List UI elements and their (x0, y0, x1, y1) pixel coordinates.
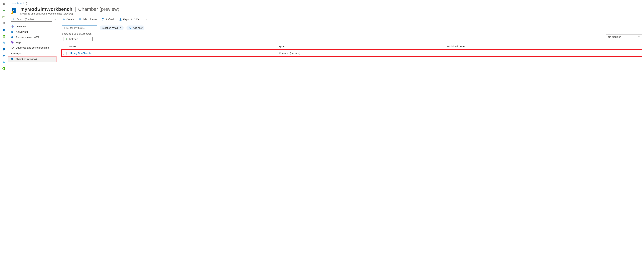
sort-indicator-icon: ↑↓ (286, 45, 288, 48)
page-title-sep: | (75, 6, 76, 12)
svg-point-18 (12, 36, 12, 37)
col-name-header[interactable]: Name ↑↓ (69, 45, 278, 48)
chevron-right-icon: ❯ (26, 2, 28, 4)
menu-diagnose[interactable]: Diagnose and solve problems (11, 45, 56, 50)
page-title: myModSimWorkbench | Chamber (preview) (20, 6, 120, 12)
workbench-icon (11, 7, 18, 14)
rail-dashboard[interactable] (1, 14, 7, 20)
create-button[interactable]: Create (62, 18, 74, 21)
select-all-checkbox[interactable] (62, 45, 66, 48)
view-select[interactable]: List view (64, 36, 92, 41)
resource-menu: « Overview Activity log (11, 16, 56, 272)
breadcrumb-root[interactable]: Dashboard (11, 2, 24, 5)
rail-resource-groups[interactable] (1, 33, 7, 39)
svg-rect-22 (71, 52, 72, 54)
left-rail (0, 0, 8, 272)
menu-iam-label: Access control (IAM) (16, 36, 39, 38)
col-workload-header[interactable]: Workload count ↑↓ (447, 45, 634, 48)
svg-rect-2 (4, 35, 5, 36)
search-icon (12, 18, 15, 20)
rail-cosmos[interactable] (1, 52, 7, 59)
col-type-header[interactable]: Type ↑↓ (279, 45, 446, 48)
diagnose-icon (11, 46, 14, 49)
rail-sql[interactable] (1, 46, 7, 52)
rail-expand[interactable] (1, 1, 7, 7)
refresh-icon (102, 18, 104, 21)
tags-icon (11, 41, 14, 44)
row-type: Chamber (preview) (279, 52, 446, 55)
pyramid-icon (2, 60, 6, 64)
rail-kubernetes[interactable] (1, 40, 7, 46)
results-table: Name ↑↓ Type ↑↓ Workload count ↑↓ (62, 44, 642, 57)
chevron-down-icon (88, 38, 91, 40)
plus-icon (2, 9, 6, 12)
chamber-icon (70, 52, 73, 55)
rail-cost[interactable] (1, 66, 7, 72)
svg-rect-4 (4, 36, 5, 38)
sort-indicator-icon: ↑↓ (466, 45, 468, 48)
menu-chamber[interactable]: Chamber (preview) (8, 56, 56, 62)
svg-point-11 (14, 10, 14, 11)
sort-indicator-icon: ↑↓ (77, 45, 79, 48)
iam-icon (11, 36, 14, 38)
sql-icon (2, 48, 6, 51)
planet-icon (2, 54, 6, 57)
search-input[interactable] (11, 16, 52, 22)
toolbar: Create Edit columns Refresh (62, 16, 642, 23)
menu-chamber-label: Chamber (preview) (16, 58, 37, 60)
menu-activity-log[interactable]: Activity log (11, 29, 56, 34)
menu-iam[interactable]: Access control (IAM) (11, 34, 56, 40)
table-row[interactable]: myFirstChamber Chamber (preview) 1 ··· (61, 49, 642, 57)
rail-create[interactable] (1, 8, 7, 14)
menu-overview-label: Overview (16, 25, 26, 28)
menu-settings-heading: Settings (11, 50, 56, 56)
svg-rect-17 (12, 32, 13, 32)
row-name-link[interactable]: myFirstChamber (74, 52, 93, 55)
row-workload: 1 (446, 52, 634, 55)
menu-overview[interactable]: Overview (11, 24, 56, 29)
page-subtitle: Modeling and Simulation Workbenches (pre… (20, 12, 120, 15)
close-icon[interactable]: ✕ (120, 26, 122, 29)
page-title-sub: Chamber (preview) (78, 6, 120, 12)
svg-point-19 (13, 36, 14, 37)
content-pane: Create Edit columns Refresh (56, 16, 642, 272)
chevron-right-double-icon (2, 2, 6, 6)
svg-rect-12 (11, 12, 13, 14)
search-field[interactable] (16, 18, 50, 20)
breadcrumb: Dashboard ❯ (11, 1, 642, 6)
menu-diagnose-label: Diagnose and solve problems (16, 46, 49, 49)
toolbar-more-button[interactable]: ··· (143, 18, 148, 21)
refresh-button[interactable]: Refresh (101, 18, 115, 21)
collapse-menu-chevron[interactable]: « (54, 18, 56, 20)
menu-tags-label: Tags (16, 41, 21, 44)
svg-rect-21 (11, 58, 13, 60)
edit-columns-button[interactable]: Edit columns (78, 18, 98, 21)
overview-icon (11, 25, 14, 28)
svg-rect-16 (12, 31, 13, 32)
star-icon (2, 28, 6, 32)
filter-field-input[interactable] (62, 25, 97, 30)
export-csv-button[interactable]: Export to CSV (119, 18, 140, 21)
dashboard-icon (2, 15, 6, 18)
grid-icon (2, 35, 6, 38)
filter-location-pill[interactable]: Location == all ✕ (100, 26, 124, 30)
chamber-icon (11, 58, 14, 60)
activity-log-icon (11, 30, 14, 33)
svg-point-13 (13, 18, 14, 20)
add-filter-button[interactable]: Add filter (126, 26, 144, 30)
menu-activity-log-label: Activity log (16, 30, 28, 33)
svg-point-20 (12, 42, 12, 42)
row-more-button[interactable]: ··· (635, 51, 641, 55)
row-checkbox[interactable] (63, 52, 66, 55)
rail-favorites[interactable] (1, 27, 7, 33)
grouping-select[interactable]: No grouping (606, 34, 642, 39)
svg-rect-1 (3, 35, 4, 36)
cube-outline-icon (2, 41, 6, 44)
columns-icon (78, 18, 82, 21)
menu-tags[interactable]: Tags (11, 40, 56, 45)
filter-add-icon (129, 26, 131, 29)
download-icon (119, 18, 122, 21)
rail-monitor[interactable] (1, 59, 7, 65)
list-view-icon (65, 38, 68, 40)
rail-all-services[interactable] (1, 20, 7, 26)
